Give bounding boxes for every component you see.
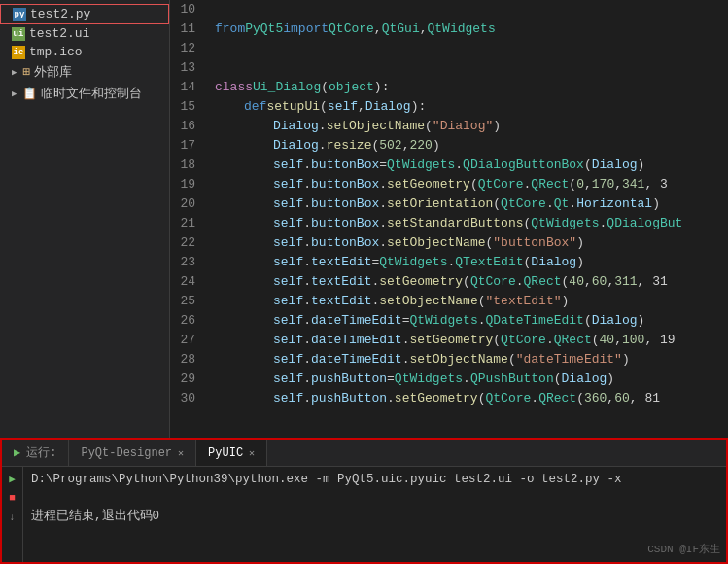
file-label: test2.py: [30, 7, 90, 21]
bottom-panel: ▶ 运行: PyQt-Designer ✕ PyUIC ✕ ▶ ■ ↓ D:\P…: [0, 438, 728, 564]
code-line-14: class Ui_Dialog(object):: [211, 78, 728, 97]
code-line-22: self.buttonBox.setObjectName("buttonBox"…: [211, 233, 728, 253]
sidebar-item-tmp-ico[interactable]: ic tmp.ico: [0, 43, 169, 61]
terminal-area[interactable]: D:\Programs\Python\Python39\python.exe -…: [23, 467, 726, 562]
terminal-status: 进程已结束,退出代码0: [31, 508, 718, 526]
code-line-23: self.textEdit = QtWidgets.QTextEdit(Dial…: [211, 253, 728, 272]
code-line-24: self.textEdit.setGeometry(QtCore.QRect(4…: [211, 272, 728, 292]
panel-tabs: ▶ 运行: PyQt-Designer ✕ PyUIC ✕: [2, 440, 726, 467]
code-line-26: self.dateTimeEdit = QtWidgets.QDateTimeE…: [211, 311, 728, 331]
panel-content: ▶ ■ ↓ D:\Programs\Python\Python39\python…: [2, 467, 726, 562]
folder-label: 外部库: [34, 63, 72, 81]
tab-pyuic[interactable]: PyUIC ✕: [196, 440, 267, 466]
code-line-30: self.pushButton.setGeometry(QtCore.QRect…: [211, 389, 728, 408]
temp-label: 临时文件和控制台: [41, 85, 142, 102]
code-line-25: self.textEdit.setObjectName("textEdit"): [211, 292, 728, 311]
folder-icon: ⊞: [22, 64, 30, 80]
file-label: test2.ui: [29, 26, 89, 41]
terminal-empty: [31, 489, 718, 508]
code-line-11: from PyQt5 import QtCore, QtGui, QtWidge…: [211, 19, 728, 39]
tab-pyqt-designer-label: PyQt-Designer: [81, 446, 172, 460]
tab-close-icon[interactable]: ✕: [249, 447, 255, 459]
temp-icon: 📋: [22, 87, 37, 101]
code-line-29: self.pushButton = QtWidgets.QPushButton(…: [211, 370, 728, 389]
terminal-command: D:\Programs\Python\Python39\python.exe -…: [31, 471, 718, 489]
triangle-icon: ▶: [12, 88, 17, 99]
triangle-icon: ▶: [12, 67, 17, 78]
py-icon: py: [13, 8, 26, 21]
code-line-18: self.buttonBox = QtWidgets.QDialogButton…: [211, 156, 728, 175]
code-line-10: [211, 0, 728, 19]
code-area[interactable]: 10 11 12 13 14 15 16 17 18 19 20 21 22 2…: [170, 0, 728, 438]
code-line-20: self.buttonBox.setOrientation(QtCore.Qt.…: [211, 194, 728, 214]
stop-button[interactable]: ■: [5, 490, 20, 506]
code-line-19: self.buttonBox.setGeometry(QtCore.QRect(…: [211, 175, 728, 194]
code-line-16: Dialog.setObjectName("Dialog"): [211, 117, 728, 136]
tab-pyqt-designer[interactable]: PyQt-Designer ✕: [69, 440, 196, 466]
scroll-down-button[interactable]: ↓: [5, 510, 20, 525]
tab-pyuic-label: PyUIC: [208, 446, 243, 460]
run-icon: ▶: [14, 445, 20, 460]
code-line-27: self.dateTimeEdit.setGeometry(QtCore.QRe…: [211, 331, 728, 350]
ui-icon: ui: [12, 27, 25, 41]
code-line-15: def setupUi(self, Dialog):: [211, 97, 728, 117]
code-content[interactable]: from PyQt5 import QtCore, QtGui, QtWidge…: [211, 0, 728, 438]
code-line-12: [211, 39, 728, 58]
line-numbers: 10 11 12 13 14 15 16 17 18 19 20 21 22 2…: [170, 0, 211, 438]
code-line-13: [211, 58, 728, 78]
sidebar-item-test2-ui[interactable]: ui test2.ui: [0, 24, 169, 43]
play-button[interactable]: ▶: [5, 471, 20, 486]
sidebar: py test2.py ui test2.ui ic tmp.ico ▶ ⊞ 外…: [0, 0, 170, 438]
code-line-21: self.buttonBox.setStandardButtons(QtWidg…: [211, 214, 728, 233]
file-label: tmp.ico: [29, 45, 83, 59]
main-container: py test2.py ui test2.ui ic tmp.ico ▶ ⊞ 外…: [0, 0, 728, 438]
sidebar-item-temp[interactable]: ▶ 📋 临时文件和控制台: [0, 83, 169, 104]
editor: 10 11 12 13 14 15 16 17 18 19 20 21 22 2…: [170, 0, 728, 438]
sidebar-item-external[interactable]: ▶ ⊞ 外部库: [0, 61, 169, 83]
tab-close-icon[interactable]: ✕: [178, 447, 184, 459]
ico-icon: ic: [12, 46, 25, 59]
tab-run[interactable]: ▶ 运行:: [2, 440, 69, 466]
watermark: CSDN @IF东生: [647, 542, 720, 556]
code-line-17: Dialog.resize(502, 220): [211, 136, 728, 156]
panel-left-bar: ▶ ■ ↓: [2, 467, 23, 562]
code-line-28: self.dateTimeEdit.setObjectName("dateTim…: [211, 350, 728, 370]
tab-run-label: 运行:: [26, 444, 56, 461]
sidebar-item-test2-py[interactable]: py test2.py: [0, 4, 169, 24]
